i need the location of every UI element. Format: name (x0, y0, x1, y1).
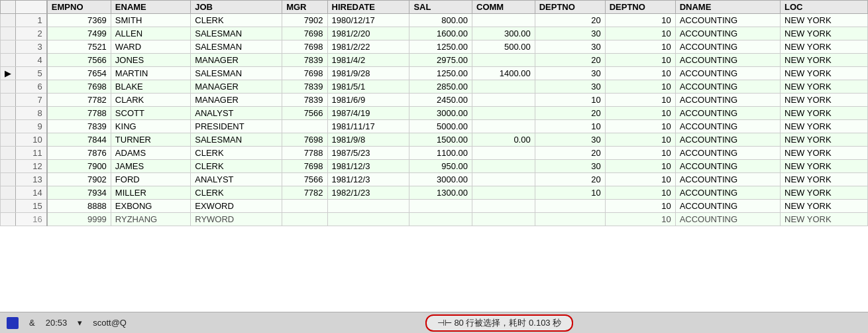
deptno1-header[interactable]: DEPTNO (535, 1, 605, 14)
deptno2-header[interactable]: DEPTNO (605, 1, 675, 14)
table-body: 17369SMITHCLERK79021980/12/17800.002010A… (1, 14, 868, 226)
row-indicator (1, 14, 16, 27)
cell-loc: NEW YORK (781, 54, 868, 67)
cell-comm: 0.00 (472, 133, 535, 147)
table-row[interactable]: 27499ALLENSALESMAN76981981/2/201600.0030… (1, 27, 868, 40)
empno-header[interactable]: EMPNO (47, 1, 111, 14)
table-row[interactable]: 17369SMITHCLERK79021980/12/17800.002010A… (1, 14, 868, 27)
cell-job: MANAGER (191, 94, 282, 107)
cell-deptno2: 10 (605, 27, 675, 40)
row-number: 7 (16, 94, 47, 107)
row-number: 15 (16, 200, 47, 213)
table-container[interactable]: EMPNO ENAME JOB MGR HIREDATE SAL COMM DE… (0, 0, 868, 312)
comm-header[interactable]: COMM (472, 1, 535, 14)
cell-mgr (282, 213, 327, 226)
cell-dname: ACCOUNTING (675, 27, 780, 40)
dname-header[interactable]: DNAME (675, 1, 780, 14)
cell-hiredate: 1981/6/9 (327, 94, 409, 107)
result-badge: ⊣⊢ 80 行被选择，耗时 0.103 秒 (425, 314, 573, 332)
cell-deptno1: 30 (535, 27, 605, 40)
cell-mgr: 7698 (282, 160, 327, 173)
cell-deptno2: 10 (605, 80, 675, 94)
cell-comm (472, 107, 535, 120)
cell-hiredate: 1981/2/20 (327, 27, 409, 40)
table-row[interactable]: 77782CLARKMANAGER78391981/6/92450.001010… (1, 94, 868, 107)
cell-loc: NEW YORK (781, 107, 868, 120)
row-number: 8 (16, 107, 47, 120)
hiredate-header[interactable]: HIREDATE (327, 1, 409, 14)
cell-hiredate (327, 200, 409, 213)
cell-hiredate: 1981/9/8 (327, 133, 409, 147)
cell-loc: NEW YORK (781, 173, 868, 186)
cell-deptno1 (535, 213, 605, 226)
table-scroll[interactable]: EMPNO ENAME JOB MGR HIREDATE SAL COMM DE… (0, 0, 868, 312)
cell-sal: 1600.00 (409, 27, 472, 40)
cell-deptno2: 10 (605, 94, 675, 107)
row-indicator (1, 54, 16, 67)
cell-hiredate: 1987/5/23 (327, 147, 409, 160)
cursor-indicator: ▾ (78, 318, 82, 328)
cell-comm (472, 94, 535, 107)
cell-loc: NEW YORK (781, 160, 868, 173)
cell-job: CLERK (191, 160, 282, 173)
row-number: 14 (16, 186, 47, 200)
cell-deptno2: 10 (605, 107, 675, 120)
cell-job: PRESIDENT (191, 120, 282, 133)
cell-comm (472, 186, 535, 200)
cell-mgr: 7698 (282, 133, 327, 147)
cell-job: CLERK (191, 186, 282, 200)
cell-mgr: 7566 (282, 173, 327, 186)
cell-mgr: 7902 (282, 14, 327, 27)
row-indicator (1, 27, 16, 40)
indicator-header (1, 1, 16, 14)
cell-ename: CLARK (111, 94, 190, 107)
table-row[interactable]: 147934MILLERCLERK77821982/1/231300.00101… (1, 186, 868, 200)
mgr-header[interactable]: MGR (282, 1, 327, 14)
table-row[interactable]: 67698BLAKEMANAGER78391981/5/12850.003010… (1, 80, 868, 94)
cell-job: MANAGER (191, 80, 282, 94)
cell-job: MANAGER (191, 54, 282, 67)
cell-deptno1: 30 (535, 67, 605, 80)
cell-job: CLERK (191, 14, 282, 27)
cell-ename: KING (111, 120, 190, 133)
cell-loc: NEW YORK (781, 213, 868, 226)
loc-header[interactable]: LOC (781, 1, 868, 14)
row-number: 12 (16, 160, 47, 173)
rownum-header (16, 1, 47, 14)
table-row[interactable]: 137902FORDANALYST75661981/12/33000.00201… (1, 173, 868, 186)
table-row[interactable]: 127900JAMESCLERK76981981/12/3950.003010A… (1, 160, 868, 173)
table-row[interactable]: 158888EXBONGEXWORD10ACCOUNTINGNEW YORK (1, 200, 868, 213)
table-row[interactable]: 117876ADAMSCLERK77881987/5/231100.002010… (1, 147, 868, 160)
row-indicator (1, 213, 16, 226)
cell-empno: 7566 (47, 54, 111, 67)
cell-hiredate: 1981/9/28 (327, 67, 409, 80)
cell-mgr: 7788 (282, 147, 327, 160)
table-row[interactable]: 169999RYZHANGRYWORD10ACCOUNTINGNEW YORK (1, 213, 868, 226)
row-indicator (1, 200, 16, 213)
cell-empno: 7900 (47, 160, 111, 173)
ename-header[interactable]: ENAME (111, 1, 190, 14)
table-row[interactable]: 97839KINGPRESIDENT1981/11/175000.001010A… (1, 120, 868, 133)
cell-deptno1: 10 (535, 186, 605, 200)
table-row[interactable]: ▶57654MARTINSALESMAN76981981/9/281250.00… (1, 67, 868, 80)
cell-loc: NEW YORK (781, 147, 868, 160)
table-row[interactable]: 107844TURNERSALESMAN76981981/9/81500.000… (1, 133, 868, 147)
cell-ename: RYZHANG (111, 213, 190, 226)
table-row[interactable]: 37521WARDSALESMAN76981981/2/221250.00500… (1, 40, 868, 54)
cell-dname: ACCOUNTING (675, 94, 780, 107)
cell-comm (472, 54, 535, 67)
job-header[interactable]: JOB (191, 1, 282, 14)
table-row[interactable]: 47566JONESMANAGER78391981/4/22975.002010… (1, 54, 868, 67)
cell-deptno1: 30 (535, 160, 605, 173)
row-indicator (1, 80, 16, 94)
cell-hiredate: 1981/12/3 (327, 173, 409, 186)
cell-dname: ACCOUNTING (675, 67, 780, 80)
header-row: EMPNO ENAME JOB MGR HIREDATE SAL COMM DE… (1, 1, 868, 14)
cell-comm (472, 213, 535, 226)
table-row[interactable]: 87788SCOTTANALYST75661987/4/193000.00201… (1, 107, 868, 120)
cell-sal: 1500.00 (409, 133, 472, 147)
cell-sal: 950.00 (409, 160, 472, 173)
cell-ename: EXBONG (111, 200, 190, 213)
cell-dname: ACCOUNTING (675, 213, 780, 226)
sal-header[interactable]: SAL (409, 1, 472, 14)
